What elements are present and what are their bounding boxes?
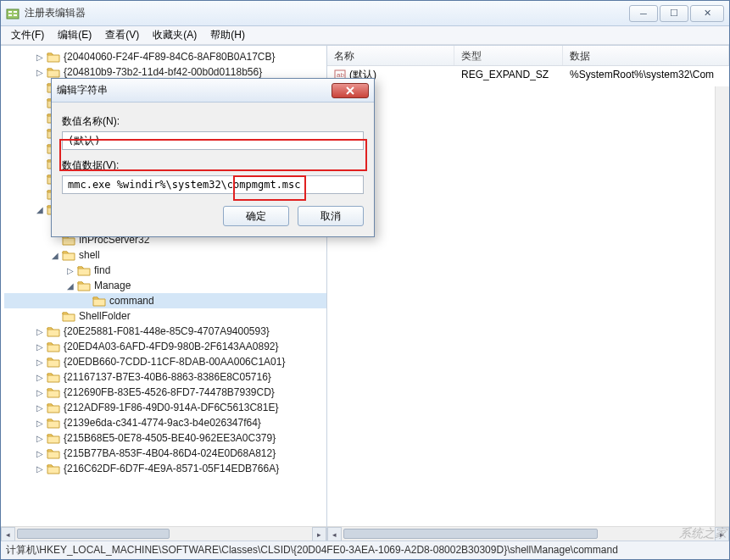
svg-rect-0	[7, 9, 19, 19]
expand-icon[interactable]: ▷	[35, 341, 45, 352]
tree-node-label: {20EDB660-7CDD-11CF-8DAB-00AA006C1A01}	[64, 356, 285, 368]
expand-icon[interactable]: ▷	[35, 433, 45, 443]
scroll-left-icon[interactable]: ◂	[1, 527, 15, 541]
ok-button[interactable]: 确定	[223, 206, 289, 226]
value-name-label: 数值名称(N):	[62, 114, 364, 129]
tree-node[interactable]: ◢Manage	[4, 278, 326, 293]
tree-node-label: command	[109, 295, 154, 307]
collapse-icon[interactable]: ◢	[35, 204, 45, 214]
tree-node-label: shell	[79, 249, 100, 261]
tree-node-label: {215B77BA-853F-4B04-86D4-024E0D68A812}	[64, 447, 276, 459]
tree-node[interactable]: ▷{2139e6da-c341-4774-9ac3-b4e026347f64}	[4, 415, 326, 430]
expander-placeholder	[35, 128, 45, 138]
scroll-right-icon[interactable]: ▸	[715, 527, 729, 541]
tree-node-label: {204810b9-73b2-11d4-bf42-00b0d0118b56}	[64, 66, 262, 78]
tree-node[interactable]: ▷{212ADF89-1F86-49D0-914A-DF6C5613C81E}	[4, 400, 326, 415]
tree-node-label: ShellFolder	[79, 310, 131, 322]
expander-placeholder	[50, 311, 60, 321]
app-icon	[6, 7, 20, 20]
tree-node[interactable]: ShellFolder	[4, 308, 326, 324]
tree-node[interactable]: ▷{215B77BA-853F-4B04-86D4-024E0D68A812}	[4, 446, 326, 461]
expand-icon[interactable]: ▷	[35, 52, 45, 62]
maximize-button[interactable]: ☐	[660, 5, 688, 22]
expand-icon[interactable]: ▷	[35, 463, 45, 474]
tree-node[interactable]: ▷find	[4, 263, 326, 278]
edit-string-dialog: 编辑字符串 数值名称(N): 数值数据(V): 确定 取消	[51, 78, 375, 237]
expander-placeholder	[35, 158, 45, 169]
expander-placeholder	[35, 113, 45, 123]
expander-placeholder	[35, 97, 45, 108]
tree-node[interactable]: ▷{21167137-B7E3-40B6-8863-8386E8C05716}	[4, 369, 326, 385]
col-name[interactable]: 名称	[327, 46, 454, 65]
dialog-titlebar: 编辑字符串	[52, 79, 374, 103]
scroll-left-icon[interactable]: ◂	[327, 527, 342, 541]
value-type: REG_EXPAND_SZ	[454, 69, 563, 80]
minimize-button[interactable]: ─	[629, 5, 658, 22]
tree-node-label: {216C62DF-6D7F-4E9A-8571-05F14EDB766A}	[64, 463, 279, 474]
tree-node[interactable]: ▷{20404060-F24F-4F89-84C6-8AF80B0A17CB}	[4, 49, 326, 64]
expand-icon[interactable]: ▷	[35, 357, 45, 367]
dialog-title: 编辑字符串	[57, 83, 332, 97]
expander-placeholder	[35, 174, 45, 184]
menubar: 文件(F) 编辑(E) 查看(V) 收藏夹(A) 帮助(H)	[1, 26, 729, 45]
dialog-close-button[interactable]	[332, 83, 369, 98]
menu-favorites[interactable]: 收藏夹(A)	[146, 26, 203, 44]
tree-node-label: {2139e6da-c341-4774-9ac3-b4e026347f64}	[64, 417, 261, 429]
svg-rect-4	[14, 14, 17, 16]
cancel-button[interactable]: 取消	[298, 206, 364, 226]
menu-help[interactable]: 帮助(H)	[203, 26, 252, 44]
expander-placeholder	[35, 82, 45, 92]
tree-node-label: {20ED4A03-6AFD-4FD9-980B-2F6143AA0892}	[64, 341, 279, 352]
expand-icon[interactable]: ▷	[35, 418, 45, 428]
tree-node[interactable]: ◢shell	[4, 247, 326, 263]
collapse-icon[interactable]: ◢	[65, 280, 75, 291]
expand-icon[interactable]: ▷	[65, 265, 75, 275]
tree-node-label: Manage	[94, 280, 131, 291]
tree-node[interactable]: ▷{20EDB660-7CDD-11CF-8DAB-00AA006C1A01}	[4, 354, 326, 369]
collapse-icon[interactable]: ◢	[50, 250, 60, 260]
titlebar: 注册表编辑器 ─ ☐ ✕	[1, 1, 729, 26]
list-pane: 名称 类型 数据 ab (默认) REG_EXPAND_SZ %SystemRo…	[327, 46, 729, 541]
tree-node-label: {21167137-B7E3-40B6-8863-8386E8C05716}	[64, 371, 271, 383]
svg-rect-2	[14, 11, 17, 13]
expand-icon[interactable]: ▷	[35, 67, 45, 77]
menu-view[interactable]: 查看(V)	[98, 26, 146, 44]
tree-node[interactable]: ▷{20E25881-F081-448e-85C9-4707A9400593}	[4, 324, 326, 339]
scroll-right-icon[interactable]: ▸	[312, 527, 326, 541]
col-data[interactable]: 数据	[563, 46, 729, 65]
value-name-input[interactable]	[62, 131, 364, 150]
close-button[interactable]: ✕	[690, 5, 724, 22]
expand-icon[interactable]: ▷	[35, 372, 45, 382]
expand-icon[interactable]: ▷	[35, 402, 45, 413]
svg-rect-3	[8, 14, 12, 16]
tree-node[interactable]: ▷{20ED4A03-6AFD-4FD9-980B-2F6143AA0892}	[4, 339, 326, 354]
statusbar: 计算机\HKEY_LOCAL_MACHINE\SOFTWARE\Classes\…	[1, 541, 729, 559]
tree-node[interactable]: ▷{215B68E5-0E78-4505-BE40-962EE3A0C379}	[4, 430, 326, 446]
list-body[interactable]: ab (默认) REG_EXPAND_SZ %SystemRoot%\syste…	[327, 66, 729, 526]
svg-rect-1	[8, 11, 12, 13]
tree-node-label: {20E25881-F081-448e-85C9-4707A9400593}	[64, 325, 270, 337]
expand-icon[interactable]: ▷	[35, 448, 45, 458]
menu-file[interactable]: 文件(F)	[4, 26, 51, 44]
tree-node[interactable]: command	[4, 293, 326, 308]
expand-icon[interactable]: ▷	[35, 326, 45, 336]
expander-placeholder	[35, 143, 45, 153]
list-scrollbar-h[interactable]: ◂ ▸	[327, 526, 729, 541]
expand-icon[interactable]: ▷	[35, 387, 45, 397]
close-icon	[345, 86, 355, 95]
window-title: 注册表编辑器	[25, 6, 629, 20]
menu-edit[interactable]: 编辑(E)	[51, 26, 98, 44]
table-row[interactable]: ab (默认) REG_EXPAND_SZ %SystemRoot%\syste…	[327, 66, 729, 83]
list-scrollbar-v[interactable]	[715, 86, 729, 526]
tree-node-label: find	[94, 264, 110, 276]
value-data-label: 数值数据(V):	[62, 158, 364, 173]
tree-node-label: {215B68E5-0E78-4505-BE40-962EE3A0C379}	[64, 432, 276, 444]
tree-scrollbar-h[interactable]: ◂ ▸	[1, 526, 326, 541]
col-type[interactable]: 类型	[454, 46, 563, 65]
tree-node-label: {212ADF89-1F86-49D0-914A-DF6C5613C81E}	[64, 402, 278, 413]
value-data-input[interactable]	[62, 175, 364, 194]
value-data: %SystemRoot%\system32\Com	[563, 69, 729, 80]
expander-placeholder	[35, 189, 45, 199]
tree-node[interactable]: ▷{212690FB-83E5-4526-8FD7-74478B7939CD}	[4, 385, 326, 400]
tree-node[interactable]: ▷{216C62DF-6D7F-4E9A-8571-05F14EDB766A}	[4, 461, 326, 476]
